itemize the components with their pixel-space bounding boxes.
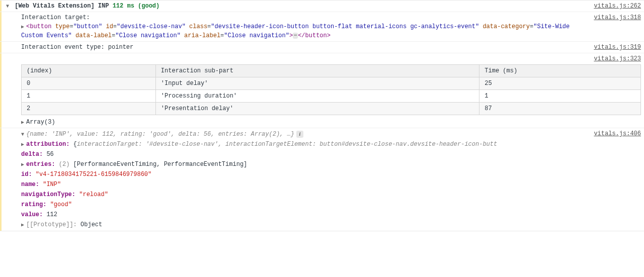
- brace: {: [69, 141, 76, 148]
- table-cell: 1: [479, 90, 641, 103]
- prop-key: navigationType:: [21, 191, 75, 198]
- table-cell: 1: [22, 90, 156, 103]
- prop-val: [PerformanceEventTiming, PerformanceEven…: [69, 161, 247, 168]
- prop-id: id: "v4-1718034175221-6159846979860": [21, 169, 590, 179]
- prop-delta: delta: 56: [21, 149, 590, 159]
- prop-name: name: "INP": [21, 179, 590, 190]
- expand-arrow-icon[interactable]: ▶: [21, 23, 26, 31]
- nested-key: interactionTarget:: [77, 141, 142, 148]
- prop-entries[interactable]: ▶entries: (2) [PerformanceEventTiming, P…: [21, 159, 590, 169]
- prop-rating: rating: "good": [21, 200, 590, 210]
- prop-key: attribution:: [26, 141, 69, 148]
- prop-val: "reload": [79, 191, 108, 198]
- sep: ,: [218, 141, 225, 148]
- inp-value: 112 ms: [113, 3, 134, 10]
- prop-value: value: 112: [21, 210, 590, 220]
- table-row-block: vitals.js:323 (index)Interaction sub-par…: [0, 53, 644, 128]
- table-row: 1'Processing duration'1: [22, 90, 641, 103]
- object-summary[interactable]: ▼{name: 'INP', value: 112, rating: 'good…: [21, 129, 590, 139]
- table-footer[interactable]: ▶Array(3): [6, 116, 641, 127]
- source-link[interactable]: vitals.js:406: [594, 129, 641, 138]
- expand-arrow-icon[interactable]: ▶: [21, 141, 26, 148]
- prop-key: rating:: [21, 201, 46, 208]
- table-cell: 'Processing duration': [155, 90, 479, 103]
- event-type-row: Interaction event type: pointer vitals.j…: [0, 42, 644, 53]
- prop-val: 112: [46, 211, 57, 218]
- console-log-group: ▼ [Web Vitals Extension] INP 112 ms (goo…: [0, 0, 644, 231]
- prop-attribution[interactable]: ▶attribution: {interactionTarget: '#devs…: [21, 139, 590, 149]
- expand-arrow-icon[interactable]: ▶: [21, 161, 26, 168]
- table-row: 0'Input delay'25: [22, 77, 641, 90]
- table-cell: 'Presentation delay': [155, 103, 479, 115]
- ellipsis-icon[interactable]: ⋯: [293, 33, 298, 39]
- inp-rating: (good): [138, 3, 159, 10]
- prop-val: "good": [50, 201, 72, 208]
- table-header: Interaction sub-part: [155, 65, 479, 77]
- nested-val: button#devsite-close-nav.devsite-header-…: [319, 141, 497, 148]
- prop-val: "v4-1718034175221-6159846979860": [36, 171, 151, 178]
- prop-key: [[Prototype]]:: [26, 221, 77, 228]
- table-cell: 87: [479, 103, 641, 115]
- element-preview[interactable]: ▶<button type="button" id="devsite-close…: [21, 22, 590, 40]
- prop-prototype[interactable]: ▶[[Prototype]]: Object: [21, 220, 590, 230]
- expand-arrow-icon[interactable]: ▼: [21, 131, 26, 138]
- table-cell: 0: [22, 77, 156, 90]
- table-cell: 'Input delay': [155, 77, 479, 90]
- table-header: Time (ms): [479, 65, 641, 77]
- table-cell: 25: [479, 77, 641, 90]
- event-type-text: Interaction event type: pointer: [6, 43, 590, 52]
- expand-arrow-icon[interactable]: ▶: [21, 221, 26, 229]
- log-header-row[interactable]: ▼ [Web Vitals Extension] INP 112 ms (goo…: [0, 1, 644, 12]
- source-link[interactable]: vitals.js:318: [594, 13, 641, 22]
- prop-key: name:: [21, 181, 39, 188]
- table-row: 2'Presentation delay'87: [22, 103, 641, 115]
- expand-arrow-icon[interactable]: ▶: [21, 119, 26, 126]
- prop-key: value:: [21, 211, 43, 218]
- timing-table: (index)Interaction sub-partTime (ms) 0'I…: [21, 64, 641, 115]
- table-cell: 2: [22, 103, 156, 115]
- tag-gt: >: [289, 32, 293, 39]
- prop-val: Object: [80, 221, 102, 228]
- object-summary-text: {name: 'INP', value: 112, rating: 'good'…: [26, 131, 294, 138]
- info-icon[interactable]: i: [296, 131, 303, 138]
- prop-val: 56: [46, 151, 53, 158]
- nested-key: interactionTargetElement:: [225, 141, 316, 148]
- array-label: Array(3): [26, 119, 55, 126]
- source-link[interactable]: vitals.js:323: [594, 54, 641, 63]
- prop-key: id:: [21, 171, 32, 178]
- prop-val: "INP": [43, 181, 61, 188]
- interaction-target-row: Interaction target: ▶<button type="butto…: [0, 12, 644, 42]
- log-title: [Web Vitals Extension] INP: [15, 3, 112, 10]
- prop-key: entries:: [26, 161, 55, 168]
- tag-open: <button: [26, 23, 51, 30]
- object-row: ▼{name: 'INP', value: 112, rating: 'good…: [0, 128, 644, 231]
- prop-navigationtype: navigationType: "reload": [21, 190, 590, 200]
- source-link[interactable]: vitals.js:262: [594, 2, 641, 11]
- interaction-target-label: Interaction target:: [21, 13, 590, 22]
- nested-val: '#devsite-close-nav': [146, 141, 218, 148]
- prop-key: delta:: [21, 151, 43, 158]
- source-link[interactable]: vitals.js:319: [594, 43, 641, 52]
- entries-count: (2): [59, 161, 70, 168]
- expand-arrow-icon[interactable]: ▼: [6, 3, 11, 10]
- table-header: (index): [22, 65, 156, 77]
- tag-close: </button>: [298, 32, 331, 39]
